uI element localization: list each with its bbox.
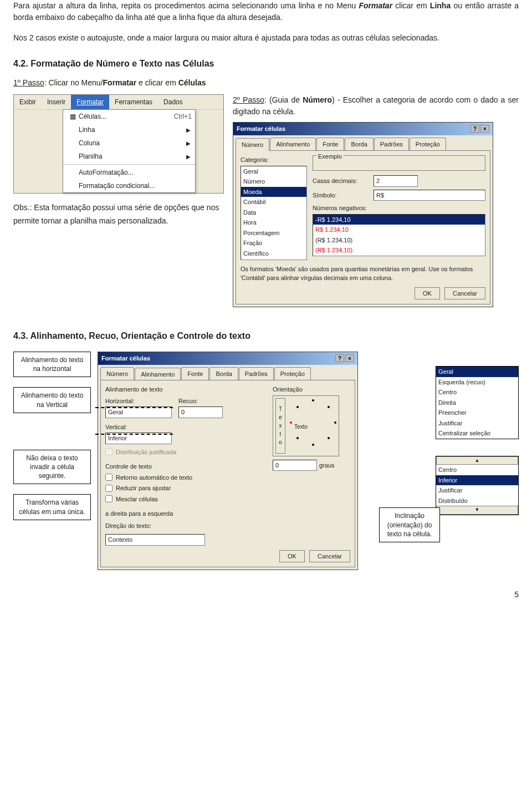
menu-coluna[interactable]: Coluna▶ xyxy=(63,136,195,150)
close-button[interactable]: × xyxy=(345,354,354,362)
neg-0[interactable]: -R$ 1.234,10 xyxy=(313,215,485,225)
horizontal-combobox[interactable]: Geral xyxy=(105,406,172,418)
cat-porcent[interactable]: Porcentagem xyxy=(241,228,306,238)
hlist-geral[interactable]: Geral xyxy=(436,367,518,377)
hlist-direita[interactable]: Direita xyxy=(436,398,518,408)
tab-numero[interactable]: Número xyxy=(236,138,269,151)
ok-button[interactable]: OK xyxy=(415,287,440,300)
section-4-3-title: 4.3. Alinhamento, Recuo, Orientação e Co… xyxy=(13,329,519,343)
tab2-numero[interactable]: Número xyxy=(100,367,134,380)
tab-padroes[interactable]: Padrões xyxy=(374,138,409,151)
vlist-dist[interactable]: Distribuído xyxy=(436,496,518,506)
hlist-preencher[interactable]: Preencher xyxy=(436,408,518,418)
menu-celulas[interactable]: ▦ Células... Ctrl+1 xyxy=(63,110,195,123)
cat-cientifico[interactable]: Científico xyxy=(241,248,306,259)
scroll-down-icon[interactable]: ▼ xyxy=(436,506,518,515)
ok-button-2[interactable]: OK xyxy=(279,550,305,563)
menu-condformat[interactable]: Formatação condicional... xyxy=(63,179,195,192)
menubar-formatar[interactable]: Formatar xyxy=(71,95,109,109)
dialog-title: Formatar células xyxy=(237,124,285,134)
cat-texto[interactable]: Texto xyxy=(241,258,306,260)
casas-spinner[interactable]: 2 xyxy=(374,175,418,187)
vlist-inferior[interactable]: Inferior xyxy=(436,475,518,486)
cancel-button[interactable]: Cancelar xyxy=(444,287,485,300)
tab2-borda[interactable]: Borda xyxy=(209,367,238,380)
menu-linha[interactable]: Linha▶ xyxy=(63,123,195,136)
menu-celulas-label: Células... xyxy=(79,111,167,121)
mesc-checkbox[interactable] xyxy=(105,495,112,502)
page-number: 5 xyxy=(13,589,519,601)
cat-fracao[interactable]: Fração xyxy=(241,238,306,248)
neg-3[interactable]: (R$ 1.234,10) xyxy=(313,245,485,256)
tab-alinh-label: Alinhamento xyxy=(276,141,310,148)
vertical-dropdown-list[interactable]: ▲ Centro Inferior Justificar Distribuído… xyxy=(436,456,519,515)
help-button[interactable]: ? xyxy=(470,125,479,133)
tab2-alinh[interactable]: Alinhamento xyxy=(135,368,181,381)
scroll-up-icon[interactable]: ▲ xyxy=(436,456,518,465)
menu-linha-label: Linha xyxy=(79,125,192,135)
grid-icon: ▦ xyxy=(66,111,79,121)
sec-orient-label: Orientação xyxy=(273,385,350,394)
dialog2-title: Formatar células xyxy=(101,354,150,363)
red-checkbox[interactable] xyxy=(105,485,112,492)
cat-moeda[interactable]: Moeda xyxy=(241,187,306,197)
horizontal-dropdown-list[interactable]: Geral Esquerda (recuo) Centro Direita Pr… xyxy=(436,366,519,439)
vlist-justificar[interactable]: Justificar xyxy=(436,485,518,496)
neg-2[interactable]: (R$ 1.234,10) xyxy=(313,235,485,246)
tab2-protecao[interactable]: Proteção xyxy=(274,367,311,380)
orientation-control[interactable]: T e x t o xyxy=(273,395,339,456)
negativos-listbox[interactable]: -R$ 1.234,10 R$ 1.234,10 (R$ 1.234,10) (… xyxy=(313,214,485,256)
cancel-button-2[interactable]: Cancelar xyxy=(309,550,350,563)
passo1-d: e clicar em xyxy=(136,78,178,87)
cat-contabil[interactable]: Contábil xyxy=(241,197,306,207)
hlist-justificar[interactable]: Justificar xyxy=(436,418,518,429)
help-button[interactable]: ? xyxy=(335,354,344,362)
categoria-listbox[interactable]: Geral Número Moeda Contábil Data Hora Po… xyxy=(241,166,307,260)
tab-fonte-label: Fonte xyxy=(323,141,338,148)
cat-geral[interactable]: Geral xyxy=(241,166,306,177)
close-button[interactable]: × xyxy=(480,125,489,133)
tab2-fonte[interactable]: Fonte xyxy=(181,367,209,380)
recuo-spinner[interactable]: 0 xyxy=(178,406,223,418)
passo1-label: 1º Passo xyxy=(13,78,44,87)
menu-autoformat[interactable]: AutoFormatação... xyxy=(63,164,195,179)
hlist-esquerda[interactable]: Esquerda (recuo) xyxy=(436,377,518,388)
tab-borda[interactable]: Borda xyxy=(345,138,373,151)
cat-data[interactable]: Data xyxy=(241,207,306,218)
tab2-padroes[interactable]: Padrões xyxy=(239,367,274,380)
format-cells-dialog-alignment: Formatar células ? × Número Alinhamento … xyxy=(98,352,358,570)
formatar-submenu: ▦ Células... Ctrl+1 Linha▶ Coluna▶ Plani… xyxy=(63,109,196,193)
menubar-exibir[interactable]: Exibir xyxy=(14,95,42,109)
red-label: Reduzir para ajustar xyxy=(116,484,171,493)
hlist-centralizarsel[interactable]: Centralizar seleção xyxy=(436,428,518,439)
neg-1[interactable]: R$ 1.234,10 xyxy=(313,225,485,235)
graus-val: 0 xyxy=(275,462,279,469)
menu-celulas-shortcut: Ctrl+1 xyxy=(174,111,192,121)
menubar-ferramentas[interactable]: Ferramentas xyxy=(109,95,158,109)
vlist-centro[interactable]: Centro xyxy=(436,465,518,475)
ctrl-texto-label: Controle de texto xyxy=(105,462,265,471)
tab-protecao[interactable]: Proteção xyxy=(410,138,446,151)
passo1-celulas: Células xyxy=(178,78,206,87)
sec-align-label: Alinhamento de texto xyxy=(105,385,265,394)
tab-alinhamento[interactable]: Alinhamento xyxy=(270,138,316,151)
simbolo-combobox[interactable]: R$ xyxy=(374,190,485,201)
ok-label-2: OK xyxy=(288,553,296,560)
simbolo-value: R$ xyxy=(376,192,384,199)
ov-o: o xyxy=(279,438,282,446)
passo1-b: : Clicar no Menu/ xyxy=(44,78,103,87)
direcao-combobox[interactable]: Contexto xyxy=(105,534,205,546)
passo1-line: 1º Passo: Clicar no Menu/Formatar e clic… xyxy=(13,77,519,89)
tab-fonte[interactable]: Fonte xyxy=(316,138,344,151)
menubar-inserir[interactable]: Inserir xyxy=(42,95,71,109)
menu-planilha[interactable]: Planilha▶ xyxy=(63,150,195,163)
graus-spinner[interactable]: 0 xyxy=(273,460,317,471)
menubar-dados[interactable]: Dados xyxy=(158,95,188,109)
cat-numero[interactable]: Número xyxy=(241,176,306,187)
cat-hora[interactable]: Hora xyxy=(241,217,306,228)
cancel-label-2: Cancelar xyxy=(318,553,342,560)
ret-checkbox[interactable] xyxy=(105,474,112,481)
hlist-centro[interactable]: Centro xyxy=(436,387,518,398)
openoffice-menu-screenshot: Exibir Inserir Formatar Ferramentas Dado… xyxy=(13,94,224,194)
callout-horizontal: Alinhamento do texto na horizontal xyxy=(13,352,91,377)
